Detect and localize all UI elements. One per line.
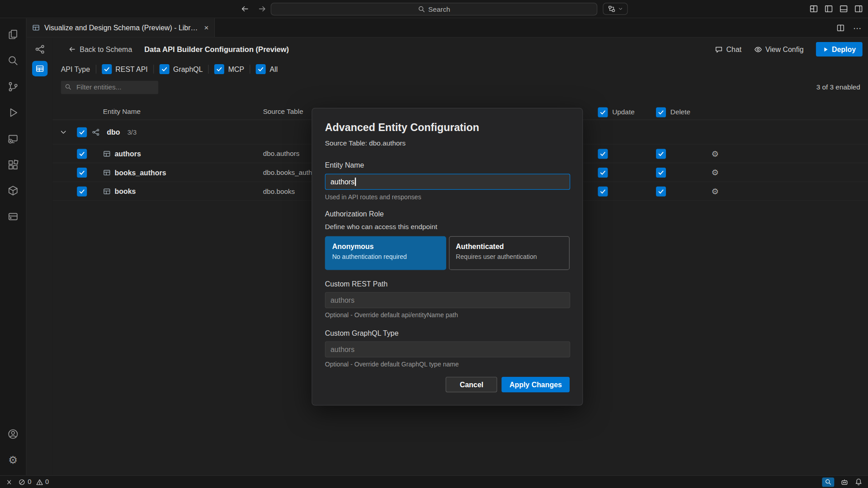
source-control-icon[interactable] — [0, 74, 26, 100]
filter-search-icon — [65, 84, 71, 90]
update-checkbox[interactable] — [598, 186, 608, 196]
divider — [153, 65, 154, 74]
zoom-status-icon[interactable] — [822, 477, 834, 487]
filter-entities-input[interactable] — [61, 81, 159, 94]
update-all-checkbox[interactable] — [598, 108, 608, 117]
delete-all-checkbox[interactable] — [656, 108, 666, 117]
package-cube-icon[interactable] — [0, 178, 26, 204]
graphql-checkbox[interactable] — [159, 64, 169, 74]
explorer-icon[interactable] — [0, 22, 26, 48]
entity-settings-gear-icon[interactable]: ⚙ — [711, 167, 718, 177]
vscode-window: Search — [0, 0, 868, 488]
custom-graphql-type-input[interactable] — [325, 342, 570, 358]
tab-schema-icon — [32, 24, 40, 32]
session-toggle-button[interactable] — [603, 3, 627, 15]
settings-gear-icon[interactable]: ⚙ — [0, 447, 26, 473]
delete-checkbox[interactable] — [656, 167, 666, 177]
custom-rest-path-hint: Optional - Override default api/entityNa… — [325, 311, 570, 318]
problems-indicator[interactable]: 0 0 — [18, 478, 49, 486]
dialog-source-table: Source Table: dbo.authors — [325, 140, 570, 147]
row-checkbox[interactable] — [77, 167, 87, 177]
authorization-role-label: Authorization Role — [325, 210, 570, 218]
remote-explorer-icon[interactable] — [0, 126, 26, 152]
update-header: Update — [598, 108, 634, 117]
account-icon[interactable] — [0, 421, 26, 447]
row-checkbox[interactable] — [77, 186, 87, 196]
page-header: Back to Schema Data API Builder Configur… — [52, 38, 868, 61]
error-count: 0 — [28, 478, 31, 486]
customize-layout-icon[interactable] — [809, 5, 818, 14]
role-authenticated-button[interactable]: Authenticated Requires user authenticati… — [448, 236, 570, 270]
search-sidebar-icon[interactable] — [0, 47, 26, 74]
all-checkbox[interactable] — [256, 64, 266, 74]
title-bar: Search — [0, 0, 868, 18]
run-debug-icon[interactable] — [0, 99, 26, 126]
warning-count: 0 — [45, 478, 49, 486]
filter-mcp[interactable]: MCP — [214, 64, 244, 74]
apply-changes-button[interactable]: Apply Changes — [502, 377, 570, 392]
database-projects-icon[interactable] — [0, 204, 26, 230]
more-actions-icon[interactable]: ⋯ — [853, 23, 861, 33]
update-checkbox[interactable] — [598, 149, 608, 159]
row-checkbox[interactable] — [77, 149, 87, 159]
view-config-button[interactable]: View Config — [754, 45, 803, 53]
chat-label: Chat — [726, 45, 742, 53]
remote-indicator-icon[interactable] — [5, 479, 13, 486]
source-table-value: dbo.authors — [263, 150, 300, 157]
delete-header-label: Delete — [670, 108, 690, 116]
entity-settings-gear-icon[interactable]: ⚙ — [711, 186, 718, 196]
entity-settings-gear-icon[interactable]: ⚙ — [711, 149, 718, 159]
notifications-bell-icon[interactable] — [855, 478, 863, 486]
schema-diagram-icon[interactable] — [35, 44, 45, 54]
group-checkbox[interactable] — [77, 127, 87, 137]
back-arrow-icon[interactable] — [240, 5, 249, 14]
forward-arrow-icon[interactable] — [258, 5, 267, 14]
rest-api-checkbox[interactable] — [102, 64, 112, 74]
delete-checkbox[interactable] — [656, 186, 666, 196]
toggle-panel-icon[interactable] — [839, 5, 848, 14]
toggle-secondary-sidebar-icon[interactable] — [854, 5, 863, 14]
copilot-icon[interactable] — [840, 478, 849, 486]
command-search-box[interactable]: Search — [271, 3, 597, 15]
entity-name-label: Entity Name — [325, 161, 570, 169]
chevron-down-icon[interactable] — [59, 128, 67, 136]
tab-visualize-design-schema[interactable]: Visualize and Design Schema (Preview) - … — [27, 18, 215, 37]
chevron-down-icon — [618, 6, 623, 11]
entity-name: authors — [114, 150, 141, 158]
history-nav — [240, 5, 267, 14]
mcp-label: MCP — [228, 65, 244, 73]
split-editor-icon[interactable] — [836, 24, 844, 32]
schema-icon — [92, 128, 99, 136]
tab-close-icon[interactable]: × — [204, 24, 209, 32]
custom-rest-path-input[interactable] — [325, 292, 570, 309]
role-anonymous-button[interactable]: Anonymous No authentication required — [325, 236, 446, 270]
page-title: Data API Builder Configuration (Preview) — [144, 45, 289, 53]
filter-graphql[interactable]: GraphQL — [159, 64, 203, 74]
chat-button[interactable]: Chat — [715, 45, 741, 53]
extensions-icon[interactable] — [0, 152, 26, 178]
custom-graphql-type-hint: Optional - Override default GraphQL type… — [325, 361, 570, 367]
toggle-primary-sidebar-icon[interactable] — [824, 5, 833, 14]
filter-rest-api[interactable]: REST API — [102, 64, 148, 74]
deploy-button[interactable]: Deploy — [816, 42, 862, 56]
source-table-value: dbo.books_auth — [263, 169, 312, 176]
mcp-checkbox[interactable] — [214, 64, 224, 74]
back-to-schema-link[interactable]: Back to Schema — [68, 45, 132, 53]
update-header-label: Update — [612, 108, 634, 116]
api-builder-table-icon[interactable] — [32, 61, 47, 76]
filter-all[interactable]: All — [256, 64, 278, 74]
editor-tab-bar: Visualize and Design Schema (Preview) - … — [27, 18, 868, 38]
session-icon — [608, 5, 615, 13]
delete-checkbox[interactable] — [656, 149, 666, 159]
role-anonymous-desc: No authentication required — [332, 253, 439, 260]
source-table-header: Source Table — [263, 108, 303, 116]
dialog-title: Advanced Entity Configuration — [325, 122, 570, 134]
table-icon — [103, 187, 111, 195]
custom-rest-path-label: Custom REST Path — [325, 280, 570, 288]
entity-name-value: authors — [330, 178, 354, 186]
cancel-button[interactable]: Cancel — [446, 377, 497, 392]
update-checkbox[interactable] — [598, 167, 608, 177]
entity-name: books — [114, 187, 136, 195]
entity-name-input[interactable]: authors — [325, 174, 570, 190]
deploy-label: Deploy — [832, 45, 856, 53]
